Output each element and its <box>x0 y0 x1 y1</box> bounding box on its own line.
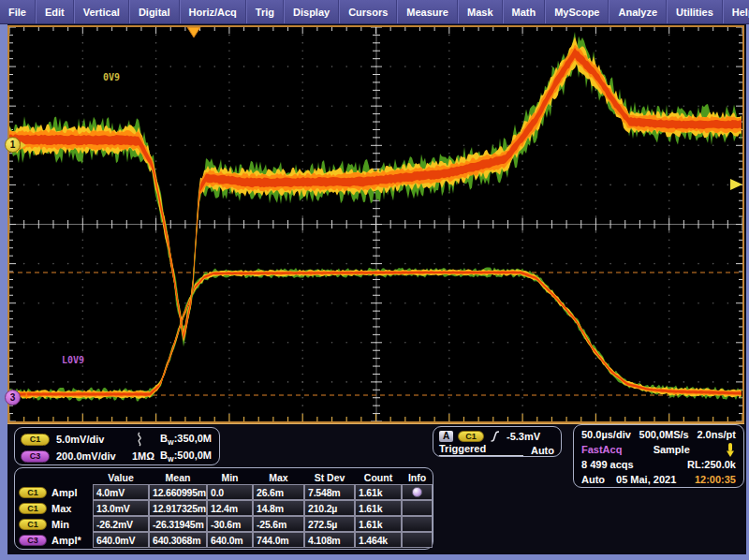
meas-name: Min <box>51 519 69 530</box>
menu-item-help[interactable]: Help <box>723 0 749 23</box>
acq-mode-row: FastAcq Sample <box>581 442 736 457</box>
meas-cell-r2-c0: -26.2mV <box>93 516 149 532</box>
meas-cell-r2-c3: -25.6m <box>253 516 304 532</box>
ch1-position-marker[interactable]: 1 <box>5 137 21 153</box>
trigger-status: Triggered <box>439 443 486 454</box>
meas-info-cell-r3 <box>402 532 433 548</box>
meas-channel-badge: C1 <box>19 487 47 498</box>
meas-channel-badge: C1 <box>19 519 47 530</box>
menu-item-digital[interactable]: Digital <box>129 0 180 23</box>
trigger-a-badge: A <box>439 431 453 442</box>
menu-item-trig[interactable]: Trig <box>246 0 284 23</box>
ac-coupling-icon <box>134 432 143 447</box>
channel-settings-panel: C1 5.0mV/div BW:350,0M C3 200.0mV/div 1M… <box>14 427 220 465</box>
meas-cell-r0-c0: 4.0mV <box>93 484 149 500</box>
fastacq-label: FastAcq <box>581 444 622 455</box>
meas-cell-r3-c0: 640.0mV <box>93 532 149 548</box>
meas-cell-r2-c4: 272.5µ <box>304 516 355 532</box>
meas-channel-badge: C3 <box>19 535 47 546</box>
ch3-position-marker[interactable]: 3 <box>5 390 21 405</box>
timebase-value: 50.0µs/div <box>581 429 631 440</box>
oscilloscope-app: FileEditVerticalDigitalHoriz/AcqTrigDisp… <box>0 0 749 560</box>
menu-item-file[interactable]: File <box>0 0 36 23</box>
meas-col-min: Min <box>207 470 253 484</box>
meas-cell-r2-c1: -26.31945m <box>149 516 207 532</box>
meas-row-label: C3Ampl* <box>16 532 93 548</box>
meas-cell-r3-c1: 640.3068m <box>149 532 207 548</box>
record-length: RL:250.0k <box>687 459 736 470</box>
meas-cell-r2-c5: 1.61k <box>355 516 402 532</box>
menu-item-myscope[interactable]: MyScope <box>545 0 609 23</box>
sample-rate-value: 500,0MS/s <box>639 429 689 440</box>
meas-cell-r1-c4: 210.2µ <box>304 500 355 516</box>
resolution-value: 2.0ns/pt <box>697 429 736 440</box>
meas-cell-r3-c4: 4.108m <box>304 532 355 548</box>
meas-cell-r1-c5: 1.61k <box>355 500 402 516</box>
meas-cell-r1-c2: 12.4m <box>207 500 253 516</box>
menu-item-horiz-acq[interactable]: Horiz/Acq <box>180 0 246 23</box>
menu-item-display[interactable]: Display <box>284 0 339 23</box>
info-icon[interactable] <box>412 487 422 497</box>
meas-cell-r0-c1: 12.660995m <box>149 484 207 500</box>
meas-col-st-dev: St Dev <box>304 470 355 484</box>
menu-item-analyze[interactable]: Analyze <box>609 0 667 23</box>
meas-row-label: C1Min <box>16 516 93 532</box>
meas-row-label: C1Max <box>16 500 93 516</box>
menu-item-cursors[interactable]: Cursors <box>339 0 397 23</box>
ch3-offset-cross: + <box>23 391 29 402</box>
ch1-bandwidth: BW:350,0M <box>160 433 212 446</box>
trigger-status-row: Triggered Auto <box>439 443 554 456</box>
meas-cell-r1-c0: 13.0mV <box>93 500 149 516</box>
meas-cell-r1-c1: 12.917325m <box>149 500 207 516</box>
meas-info-cell-r2 <box>402 516 433 532</box>
menu-item-utilities[interactable]: Utilities <box>667 0 723 23</box>
meas-cell-r0-c5: 1.61k <box>355 484 402 500</box>
ch3-scale: 200.0mV/div <box>56 450 132 462</box>
meas-col-value: Value <box>93 470 149 484</box>
trigger-settings-row: A C1 -5.3mV <box>439 429 554 443</box>
horizontal-settings-row: 50.0µs/div 500,0MS/s 2.0ns/pt <box>581 427 736 442</box>
meas-row-label: C1Ampl <box>16 484 93 500</box>
time-value: 12:00:35 <box>695 474 736 485</box>
meas-cell-r0-c2: 0.0 <box>207 484 253 500</box>
trigger-source-badge: C1 <box>458 431 484 442</box>
ch1-settings-row[interactable]: C1 5.0mV/div BW:350,0M <box>21 431 212 448</box>
meas-col-corner <box>16 470 93 484</box>
trigger-mode: Auto <box>531 445 554 456</box>
meas-cell-r3-c2: 640.0m <box>207 532 253 548</box>
meas-info-cell-r0[interactable] <box>402 484 433 500</box>
ch3-badge: C3 <box>21 450 50 463</box>
meas-col-max: Max <box>253 470 304 484</box>
waveform-display[interactable]: 0V9 L0V9 <box>7 25 744 423</box>
meas-channel-badge: C1 <box>19 503 47 514</box>
run-mode: Auto <box>581 474 605 485</box>
acquisition-panel[interactable]: 50.0µs/div 500,0MS/s 2.0ns/pt FastAcq Sa… <box>573 424 744 488</box>
datetime-row: Auto 05 Mai, 2021 12:00:35 <box>581 472 736 487</box>
menu-bar: FileEditVerticalDigitalHoriz/AcqTrigDisp… <box>0 0 749 24</box>
fastacq-intensity-icon[interactable] <box>725 442 736 458</box>
trigger-level-value: -5.3mV <box>507 431 540 442</box>
measurement-table: ValueMeanMinMaxSt DevCountInfoC1Ampl4.0m… <box>16 470 433 548</box>
trigger-panel[interactable]: A C1 -5.3mV Triggered Auto <box>433 426 562 457</box>
meas-name: Ampl <box>51 487 78 498</box>
rising-edge-icon <box>489 430 502 443</box>
ch3-impedance: 1MΩ <box>132 450 154 462</box>
menu-item-mask[interactable]: Mask <box>458 0 503 23</box>
menu-item-math[interactable]: Math <box>503 0 546 23</box>
measurement-table-panel: ValueMeanMinMaxSt DevCountInfoC1Ampl4.0m… <box>14 467 433 550</box>
meas-cell-r0-c3: 26.6m <box>253 484 304 500</box>
menu-item-measure[interactable]: Measure <box>397 0 458 23</box>
meas-col-count: Count <box>355 470 402 484</box>
ch3-settings-row[interactable]: C3 200.0mV/div 1MΩ BW:500,0M <box>21 448 212 464</box>
menu-item-vertical[interactable]: Vertical <box>74 0 129 23</box>
meas-cell-r0-c4: 7.548m <box>304 484 355 500</box>
ch3-waveform-label: L0V9 <box>62 355 84 365</box>
date-value: 05 Mai, 2021 <box>616 474 676 485</box>
ch3-bandwidth: BW:500,0M <box>160 449 212 463</box>
acq-count-row: 8 499 acqs RL:250.0k <box>581 457 736 472</box>
menu-item-edit[interactable]: Edit <box>36 0 74 23</box>
meas-name: Max <box>51 503 71 514</box>
meas-info-cell-r1 <box>402 500 433 516</box>
ch1-scale: 5.0mV/div <box>56 434 133 445</box>
meas-col-mean: Mean <box>149 470 207 484</box>
